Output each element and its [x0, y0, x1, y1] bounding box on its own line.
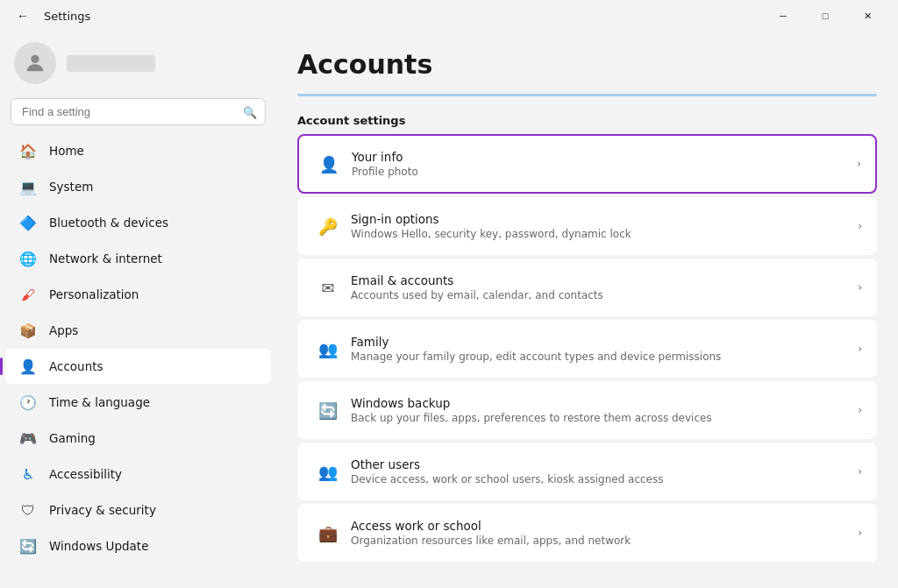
search-box: 🔍 [11, 98, 266, 125]
windows-backup-icon: 🔄 [312, 394, 344, 426]
email-accounts-icon: ✉ [312, 272, 344, 303]
sidebar-item-system[interactable]: 💻 System [5, 169, 271, 204]
update-icon: 🔄 [19, 537, 37, 555]
your-info-chevron: › [857, 158, 861, 170]
app-title: Settings [44, 10, 90, 23]
search-icon: 🔍 [243, 105, 257, 118]
other-users-label: Other users [351, 457, 858, 471]
sidebar-item-label: Windows Update [49, 539, 148, 553]
settings-item-access-work-school[interactable]: 💼 Access work or school Organization res… [297, 504, 877, 562]
other-users-chevron: › [858, 465, 862, 478]
family-desc: Manage your family group, edit account t… [351, 351, 858, 363]
sidebar-nav: 🏠 Home 💻 System 🔷 Bluetooth & devices 🌐 … [0, 132, 276, 564]
sidebar-item-accounts[interactable]: 👤 Accounts [5, 349, 271, 384]
minimize-button[interactable]: ─ [763, 2, 803, 30]
windows-backup-label: Windows backup [351, 396, 858, 410]
sidebar-item-time[interactable]: 🕐 Time & language [5, 385, 271, 420]
sidebar-item-label: Bluetooth & devices [49, 216, 168, 230]
other-users-desc: Device access, work or school users, kio… [351, 473, 858, 485]
settings-item-signin-options[interactable]: 🔑 Sign-in options Windows Hello, securit… [297, 197, 877, 255]
email-accounts-chevron: › [858, 281, 862, 294]
other-users-icon: 👥 [312, 456, 344, 487]
access-work-school-label: Access work or school [351, 519, 858, 533]
avatar [14, 42, 56, 84]
family-chevron: › [858, 343, 862, 355]
sidebar-item-label: Home [49, 144, 84, 158]
accessibility-icon: ♿ [19, 465, 37, 483]
page-title: Accounts [297, 49, 877, 80]
sidebar-item-label: Accessibility [49, 467, 122, 481]
sidebar-item-label: Time & language [49, 395, 150, 409]
signin-options-chevron: › [858, 220, 862, 232]
sidebar-item-personalization[interactable]: 🖌 Personalization [5, 277, 271, 312]
gaming-icon: 🎮 [19, 429, 37, 447]
settings-item-your-info[interactable]: 👤 Your info Profile photo › [297, 134, 877, 194]
windows-backup-desc: Back up your files, apps, preferences to… [351, 412, 858, 424]
sidebar-item-label: Gaming [49, 431, 96, 445]
sidebar: 🔍 🏠 Home 💻 System 🔷 Bluetooth & devices … [0, 32, 276, 588]
your-info-label: Your info [352, 150, 857, 164]
windows-backup-chevron: › [858, 404, 862, 416]
family-label: Family [351, 335, 858, 349]
section-title: Account settings [297, 114, 877, 127]
back-button[interactable]: ← [11, 4, 35, 28]
sidebar-item-label: Privacy & security [49, 503, 156, 517]
personalization-icon: 🖌 [19, 286, 37, 303]
sidebar-item-gaming[interactable]: 🎮 Gaming [5, 421, 271, 456]
access-work-school-icon: 💼 [312, 517, 344, 549]
window-controls: ─ □ ✕ [763, 2, 887, 30]
user-name-blurred [67, 55, 155, 72]
sidebar-item-privacy[interactable]: 🛡 Privacy & security [5, 492, 271, 528]
your-info-icon: 👤 [313, 148, 345, 180]
family-icon: 👥 [312, 333, 344, 365]
sidebar-item-update[interactable]: 🔄 Windows Update [5, 528, 271, 563]
sidebar-item-label: Apps [49, 323, 78, 337]
close-button[interactable]: ✕ [847, 2, 887, 30]
sidebar-item-label: Accounts [49, 359, 103, 373]
sidebar-item-home[interactable]: 🏠 Home [5, 133, 271, 168]
signin-options-icon: 🔑 [312, 210, 344, 242]
title-bar-left: ← Settings [11, 4, 90, 28]
access-work-school-desc: Organization resources like email, apps,… [351, 535, 858, 547]
email-accounts-label: Email & accounts [351, 273, 858, 287]
home-icon: 🏠 [19, 142, 37, 159]
sidebar-item-label: Personalization [49, 287, 139, 301]
settings-item-email-accounts[interactable]: ✉ Email & accounts Accounts used by emai… [297, 259, 877, 316]
title-bar: ← Settings ─ □ ✕ [0, 0, 898, 32]
signin-options-desc: Windows Hello, security key, password, d… [351, 228, 858, 240]
settings-item-windows-backup[interactable]: 🔄 Windows backup Back up your files, app… [297, 381, 877, 439]
settings-item-other-users[interactable]: 👥 Other users Device access, work or sch… [297, 443, 877, 500]
system-icon: 💻 [19, 178, 37, 195]
bluetooth-icon: 🔷 [19, 214, 37, 231]
your-info-desc: Profile photo [352, 166, 857, 178]
accounts-icon: 👤 [19, 358, 37, 375]
maximize-button[interactable]: □ [805, 2, 845, 30]
settings-list: 👤 Your info Profile photo › 🔑 Sign-in op… [297, 134, 877, 562]
sidebar-item-label: System [49, 180, 93, 194]
user-profile[interactable] [0, 32, 276, 98]
access-work-school-chevron: › [858, 527, 862, 539]
email-accounts-desc: Accounts used by email, calendar, and co… [351, 289, 858, 301]
time-icon: 🕐 [19, 393, 37, 411]
search-input[interactable] [11, 98, 266, 125]
apps-icon: 📦 [19, 322, 37, 339]
sidebar-item-bluetooth[interactable]: 🔷 Bluetooth & devices [5, 205, 271, 240]
sidebar-item-apps[interactable]: 📦 Apps [5, 313, 271, 348]
signin-options-label: Sign-in options [351, 212, 858, 226]
settings-item-family[interactable]: 👥 Family Manage your family group, edit … [297, 320, 877, 378]
sidebar-item-accessibility[interactable]: ♿ Accessibility [5, 457, 271, 492]
app-body: 🔍 🏠 Home 💻 System 🔷 Bluetooth & devices … [0, 32, 898, 588]
sidebar-item-label: Network & internet [49, 251, 162, 266]
main-content: Accounts Account settings 👤 Your info Pr… [276, 32, 898, 588]
sidebar-item-network[interactable]: 🌐 Network & internet [5, 241, 271, 276]
back-icon: ← [17, 9, 29, 23]
privacy-icon: 🛡 [19, 501, 37, 519]
svg-point-0 [31, 55, 39, 63]
progress-bar [297, 94, 877, 96]
network-icon: 🌐 [19, 250, 37, 267]
